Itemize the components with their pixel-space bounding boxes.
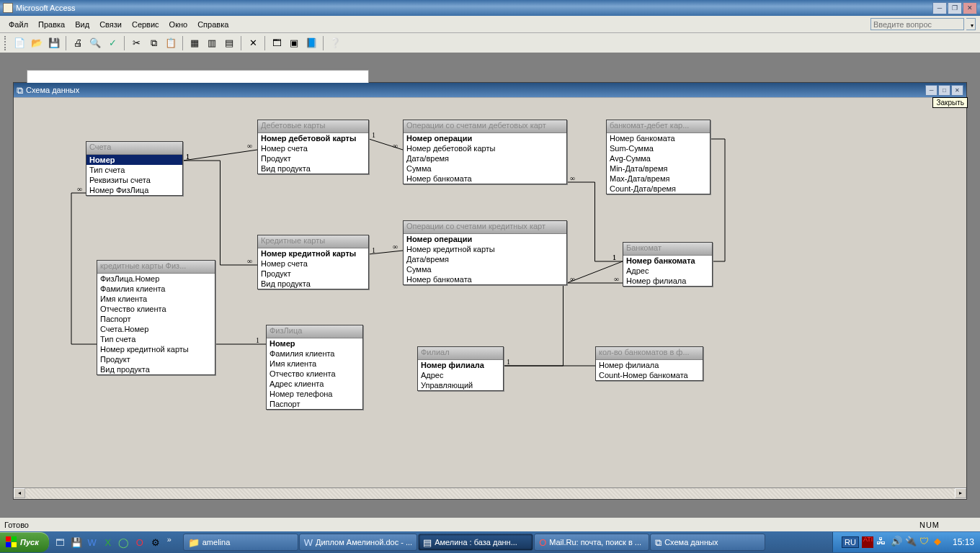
table-persons[interactable]: ФизЛицаНомерФамилия клиентаИмя клиентаОт… (266, 325, 363, 410)
field[interactable]: Номер банкомата (404, 274, 566, 284)
tray-network-icon[interactable]: 🖧 (876, 536, 888, 548)
menu-edit[interactable]: Правка (34, 19, 69, 30)
table-header[interactable]: кредитные карты Физ... (97, 261, 215, 274)
field[interactable]: Продукт (258, 153, 368, 163)
maximize-button[interactable]: ❐ (948, 2, 962, 14)
ql-utorrent-icon[interactable]: ◯ (117, 535, 131, 549)
show-all-icon[interactable]: ▤ (221, 35, 237, 51)
menu-help[interactable]: Справка (193, 19, 233, 30)
field[interactable]: Паспорт (267, 399, 362, 409)
menu-view[interactable]: Вид (71, 19, 94, 30)
field[interactable]: Фамилия клиента (267, 349, 362, 359)
ql-opera-icon[interactable]: O (133, 535, 147, 549)
table-debit_cards[interactable]: Дебетовые картыНомер дебетовой картыНоме… (257, 120, 369, 174)
field[interactable]: Номер кредитной карты (404, 244, 566, 254)
field[interactable]: Отчество клиента (267, 369, 362, 379)
child-minimize-button[interactable]: ─ (925, 85, 937, 96)
horizontal-scrollbar[interactable]: ◂ ▸ (14, 487, 966, 499)
scroll-left-button[interactable]: ◂ (14, 488, 25, 498)
field[interactable]: Вид продукта (97, 364, 215, 374)
field[interactable]: Номер филиала (623, 276, 712, 286)
tray-shield-icon[interactable]: 🛡 (919, 536, 931, 548)
ql-word-icon[interactable]: W (85, 535, 99, 549)
field[interactable]: Имя клиента (267, 359, 362, 369)
menu-file[interactable]: Файл (4, 19, 32, 30)
field[interactable]: Номер кредитной карты (258, 248, 368, 258)
task-folder[interactable]: 📁 amelina (183, 534, 298, 551)
relationships-canvas[interactable]: 1∞1∞∞11∞1∞∞1∞1∞1 СчетаНомерТип счетаРекв… (14, 97, 966, 487)
help-icon[interactable]: ❔ (327, 35, 343, 51)
child-maximize-button[interactable]: □ (938, 85, 950, 96)
help-search-input[interactable] (870, 18, 964, 30)
table-credit_cards[interactable]: Кредитные картыНомер кредитной картыНоме… (257, 235, 369, 289)
table-accounts[interactable]: СчетаНомерТип счетаРеквизиты счетаНомер … (86, 141, 183, 196)
paste-icon[interactable]: 📋 (163, 35, 179, 51)
field[interactable]: ФизЛица.Номер (97, 274, 215, 284)
field[interactable]: Count-Дата/время (607, 184, 710, 194)
field[interactable]: Номер телефона (267, 389, 362, 399)
field[interactable]: Сумма (404, 264, 566, 274)
field[interactable]: Отчество клиента (97, 304, 215, 314)
ql-settings-icon[interactable]: ⚙ (148, 535, 163, 549)
cut-icon[interactable]: ✂ (128, 35, 144, 51)
field[interactable]: Номер банкомата (607, 133, 710, 143)
table-header[interactable]: Дебетовые карты (258, 120, 368, 133)
field[interactable]: Номер счета (258, 258, 368, 269)
ql-overflow-icon[interactable]: » (164, 535, 174, 549)
tray-app-icon[interactable]: ◆ (934, 536, 945, 548)
field[interactable]: Тип счета (86, 165, 182, 175)
toolbar-handle[interactable] (4, 36, 7, 50)
scroll-right-button[interactable]: ▸ (955, 488, 966, 498)
table-header[interactable]: ФизЛица (267, 325, 362, 338)
field[interactable]: Паспорт (97, 314, 215, 324)
ql-desktop-icon[interactable]: 🗔 (53, 535, 68, 549)
task-schema[interactable]: ⧉ Схема данных (650, 534, 765, 551)
table-header[interactable]: Счета (86, 142, 182, 155)
field[interactable]: Тип счета (97, 334, 215, 344)
clock[interactable]: 15:13 (953, 537, 974, 547)
field[interactable]: Номер операции (404, 133, 566, 143)
start-button[interactable]: Пуск (0, 532, 49, 552)
field[interactable]: Max-Дата/время (607, 174, 710, 184)
field[interactable]: Номер банкомата (404, 174, 566, 184)
field[interactable]: Номер кредитной карты (97, 344, 215, 354)
delete-icon[interactable]: ✕ (245, 35, 261, 51)
print-preview-icon[interactable]: 🔍 (87, 35, 103, 51)
field[interactable]: Avg-Сумма (607, 153, 710, 163)
table-header[interactable]: Операции со счетами дебетовых карт (404, 120, 566, 133)
field[interactable]: Min-Дата/время (607, 163, 710, 174)
field[interactable]: Номер ФизЛица (86, 185, 182, 195)
add-table-icon[interactable]: ▦ (187, 35, 202, 51)
field[interactable]: Номер операции (404, 234, 566, 244)
field[interactable]: Вид продукта (258, 163, 368, 174)
field[interactable]: Номер банкомата (623, 256, 712, 266)
new-icon[interactable]: 📄 (12, 35, 27, 51)
field[interactable]: Дата/время (404, 153, 566, 163)
scroll-track[interactable] (25, 488, 955, 499)
table-header[interactable]: Филиал (418, 347, 503, 360)
print-icon[interactable]: 🖨 (70, 35, 86, 51)
code-icon[interactable]: 📘 (303, 35, 319, 51)
field[interactable]: Номер дебетовой карты (404, 143, 566, 153)
open-icon[interactable]: 📂 (29, 35, 45, 51)
field[interactable]: Номер филиала (418, 360, 503, 370)
field[interactable]: Адрес клиента (267, 379, 362, 389)
tray-safely-remove-icon[interactable]: 🔌 (905, 536, 917, 548)
task-access[interactable]: ▤ Амелина : база данн... (418, 534, 533, 551)
field[interactable]: Вид продукта (258, 279, 368, 289)
field[interactable]: Управляющий (418, 380, 503, 390)
field[interactable]: Имя клиента (97, 294, 215, 304)
tray-volume-icon[interactable]: 🔊 (891, 536, 902, 548)
field[interactable]: Дата/время (404, 254, 566, 264)
field[interactable]: Адрес (623, 266, 712, 276)
field[interactable]: Номер дебетовой карты (258, 133, 368, 143)
copy-icon[interactable]: ⧉ (146, 35, 161, 51)
save-icon[interactable]: 💾 (46, 35, 62, 51)
field[interactable]: Счета.Номер (97, 324, 215, 334)
field[interactable]: Адрес (418, 370, 503, 380)
task-word[interactable]: W Диплом Амелиной.doc - ... (299, 534, 417, 551)
spelling-icon[interactable]: ✓ (104, 35, 120, 51)
db-window-icon[interactable]: 🗔 (269, 35, 285, 51)
field[interactable]: Сумма (404, 163, 566, 174)
field[interactable]: Номер филиала (596, 360, 703, 370)
